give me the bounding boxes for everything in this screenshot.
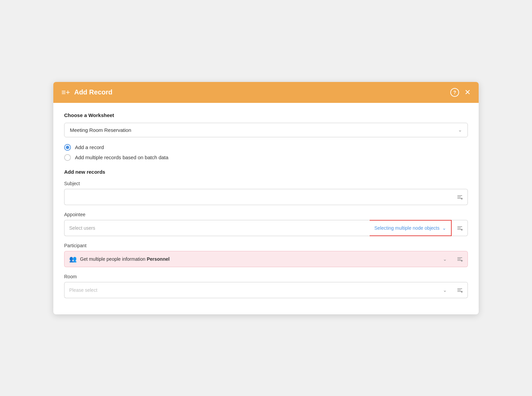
record-type-radio-group: Add a record Add multiple records based … bbox=[64, 144, 468, 161]
radio-add-record-label: Add a record bbox=[75, 144, 104, 150]
dialog-body: Choose a Worksheet Meeting Room Reservat… bbox=[53, 103, 479, 314]
subject-label: Subject bbox=[64, 181, 468, 186]
subject-add-field-button[interactable] bbox=[452, 189, 468, 205]
room-label: Room bbox=[64, 274, 468, 279]
participant-input[interactable]: 👥 Get multiple people information Person… bbox=[64, 251, 452, 267]
add-field-icon-2 bbox=[457, 225, 463, 231]
radio-add-record[interactable]: Add a record bbox=[64, 144, 468, 151]
participant-text: Get multiple people information Personne… bbox=[80, 256, 169, 262]
dialog-title: Add Record bbox=[74, 88, 112, 96]
worksheet-section-title: Choose a Worksheet bbox=[64, 112, 468, 118]
dialog-header: ≡+ Add Record ? ✕ bbox=[53, 82, 479, 103]
help-button[interactable]: ? bbox=[450, 88, 459, 97]
appointee-node-selector[interactable]: Selecting multiple node objects ⌄ bbox=[370, 220, 452, 236]
header-left: ≡+ Add Record bbox=[61, 88, 112, 97]
participant-field-group: Participant 👥 Get multiple people inform… bbox=[64, 243, 468, 267]
participant-chevron-icon: ⌄ bbox=[443, 256, 447, 262]
radio-batch-record[interactable]: Add multiple records based on batch data bbox=[64, 154, 468, 161]
participant-label: Participant bbox=[64, 243, 468, 248]
room-input[interactable]: Please select ⌄ bbox=[64, 282, 452, 298]
header-right: ? ✕ bbox=[450, 88, 471, 97]
menu-plus-icon: ≡+ bbox=[61, 88, 70, 97]
radio-batch-record-label: Add multiple records based on batch data bbox=[75, 154, 168, 160]
subject-input[interactable] bbox=[64, 189, 452, 205]
appointee-add-field-button[interactable] bbox=[452, 220, 468, 236]
appointee-dropdown-text: Selecting multiple node objects bbox=[374, 225, 440, 231]
add-record-dialog: ≡+ Add Record ? ✕ Choose a Worksheet Mee… bbox=[53, 82, 479, 314]
radio-add-record-circle[interactable] bbox=[64, 144, 71, 151]
add-field-icon-4 bbox=[457, 287, 463, 293]
appointee-input[interactable]: Select users bbox=[64, 220, 370, 236]
room-field-group: Room Please select ⌄ bbox=[64, 274, 468, 298]
radio-batch-record-circle[interactable] bbox=[64, 154, 71, 161]
appointee-placeholder: Select users bbox=[69, 225, 95, 231]
participant-field-row: 👥 Get multiple people information Person… bbox=[64, 251, 468, 267]
appointee-field-row: Select users Selecting multiple node obj… bbox=[64, 220, 468, 236]
room-placeholder: Please select bbox=[69, 287, 97, 293]
room-chevron-icon: ⌄ bbox=[443, 287, 447, 293]
add-records-title: Add new records bbox=[64, 169, 468, 175]
worksheet-dropdown[interactable]: Meeting Room Reservation ⌄ bbox=[64, 123, 468, 137]
subject-field-group: Subject bbox=[64, 181, 468, 205]
appointee-field-group: Appointee Select users Selecting multipl… bbox=[64, 212, 468, 236]
room-add-field-button[interactable] bbox=[452, 282, 468, 298]
appointee-label: Appointee bbox=[64, 212, 468, 217]
participant-content: 👥 Get multiple people information Person… bbox=[69, 255, 169, 263]
close-button[interactable]: ✕ bbox=[464, 89, 471, 96]
subject-field-row bbox=[64, 189, 468, 205]
participant-add-field-button[interactable] bbox=[452, 251, 468, 267]
appointee-dropdown-chevron-icon: ⌄ bbox=[442, 225, 446, 231]
worksheet-value: Meeting Room Reservation bbox=[70, 127, 131, 133]
add-field-icon-3 bbox=[457, 256, 463, 262]
room-field-row: Please select ⌄ bbox=[64, 282, 468, 298]
worksheet-chevron-icon: ⌄ bbox=[458, 127, 462, 133]
people-icon: 👥 bbox=[69, 255, 77, 263]
add-field-icon bbox=[457, 194, 463, 200]
